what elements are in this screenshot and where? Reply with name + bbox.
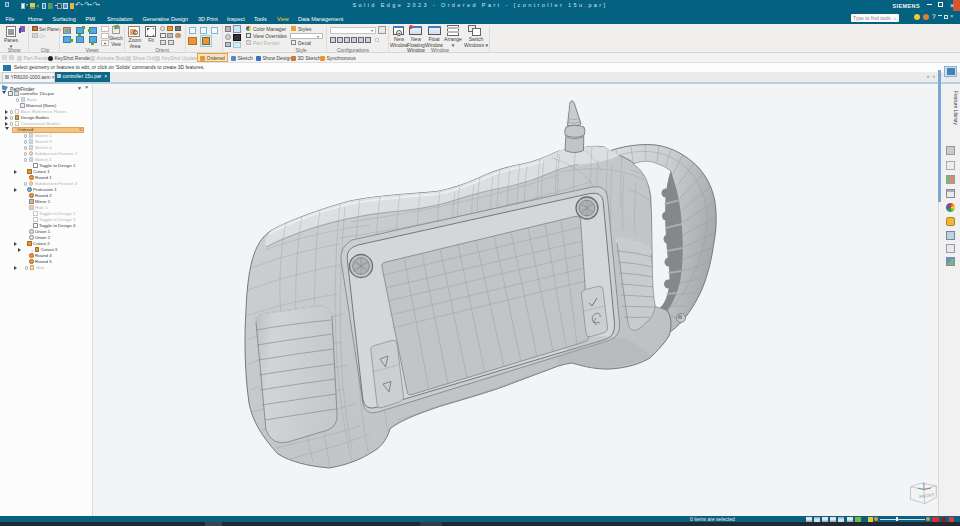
svg-text:FRONT: FRONT	[919, 492, 935, 499]
